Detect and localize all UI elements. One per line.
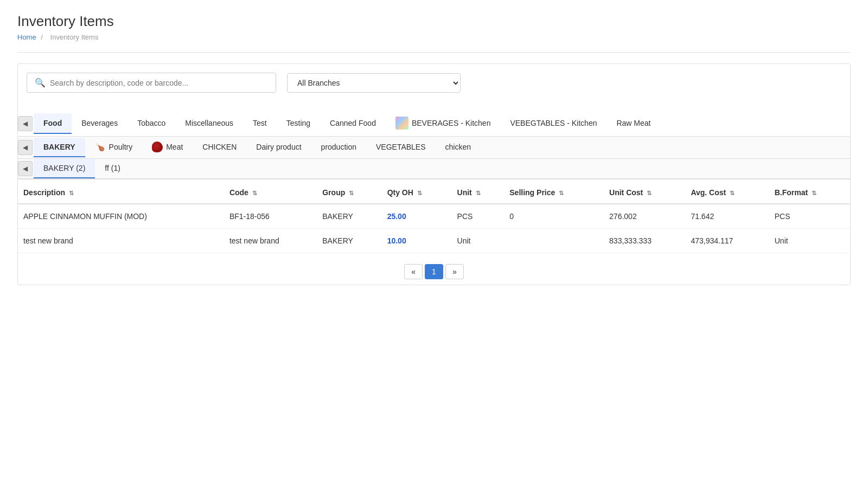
page-title: Inventory Items (17, 13, 851, 30)
sort-code-icon: ⇅ (252, 190, 257, 197)
cell-description: APPLE CINNAMON MUFFIN (MOD) (18, 204, 224, 229)
sub-tab-poultry[interactable]: 🍗 Poultry (85, 137, 143, 158)
tab-raw-meat[interactable]: Raw Meat (607, 113, 660, 134)
table-row: APPLE CINNAMON MUFFIN (MOD) BF1-18-056 B… (18, 204, 850, 229)
tab-testing[interactable]: Testing (277, 113, 320, 134)
sub-tab-bakery[interactable]: BAKERY (34, 138, 85, 157)
col-bformat[interactable]: B.Format ⇅ (769, 182, 850, 204)
pagination-page-1[interactable]: 1 (425, 264, 443, 279)
cell-unit: PCS (452, 204, 505, 229)
col-selling-price[interactable]: Selling Price ⇅ (504, 182, 604, 204)
cell-group: BAKERY (317, 229, 381, 253)
tab-beverages-kitchen[interactable]: BEVERAGES - Kitchen (386, 111, 501, 136)
search-icon: 🔍 (35, 78, 46, 88)
cell-code: test new brand (224, 229, 317, 253)
tab-beverages-kitchen-icon (395, 117, 409, 130)
tab-vegetables-kitchen[interactable]: VEBEGTABLES - Kitchen (500, 113, 607, 134)
sub-tab2-scroll-left[interactable]: ◀ (18, 161, 33, 176)
sort-avg-cost-icon: ⇅ (730, 190, 735, 197)
tab-food[interactable]: Food (34, 113, 72, 134)
sub-tab-chicken[interactable]: CHICKEN (193, 138, 246, 157)
cell-unit: Unit (452, 229, 505, 253)
sort-selling-price-icon: ⇅ (559, 190, 564, 197)
toolbar: 🔍 All Branches Branch 1 Branch 2 (18, 64, 850, 98)
branch-select[interactable]: All Branches Branch 1 Branch 2 (287, 73, 461, 93)
breadcrumb-current: Inventory Items (50, 33, 99, 41)
level2-tabs: ◀ BAKERY 🍗 Poultry Meat CHICKEN Dairy pr… (18, 137, 850, 159)
level1-tabs: ◀ Food Beverages Tobacco Miscellaneous T… (18, 111, 850, 137)
inventory-table-container: Description ⇅ Code ⇅ Group ⇅ Qty OH (18, 182, 850, 253)
cell-description: test new brand (18, 229, 224, 253)
cell-bformat: PCS (769, 204, 850, 229)
sub-tab2-bakery2[interactable]: BAKERY (2) (34, 159, 95, 178)
cell-qty: 25.00 (382, 204, 452, 229)
pagination-next[interactable]: » (445, 264, 464, 279)
cell-avg-cost: 71.642 (685, 204, 769, 229)
sub-tab-production[interactable]: production (311, 138, 366, 157)
col-group[interactable]: Group ⇅ (317, 182, 381, 204)
cell-unit-cost: 833,333.333 (604, 229, 685, 253)
col-unit[interactable]: Unit ⇅ (452, 182, 505, 204)
pagination: « 1 » (18, 253, 850, 285)
tab-canned-food[interactable]: Canned Food (320, 113, 386, 134)
sub-tab-vegetables[interactable]: VEGETABLES (366, 138, 436, 157)
meat-icon (152, 142, 163, 152)
sort-bformat-icon: ⇅ (812, 190, 816, 197)
cell-avg-cost: 473,934.117 (685, 229, 769, 253)
cell-unit-cost: 276.002 (604, 204, 685, 229)
sub-tab-dairy[interactable]: Dairy product (246, 138, 311, 157)
breadcrumb-separator: / (41, 33, 43, 41)
inventory-table: Description ⇅ Code ⇅ Group ⇅ Qty OH (18, 182, 850, 253)
sort-unit-icon: ⇅ (476, 190, 481, 197)
sort-qty-icon: ⇅ (417, 190, 422, 197)
breadcrumb-home[interactable]: Home (17, 33, 36, 41)
cell-selling-price: 0 (504, 204, 604, 229)
search-box: 🔍 (27, 73, 276, 93)
level3-tabs: ◀ BAKERY (2) ff (1) (18, 159, 850, 179)
tab-tobacco[interactable]: Tobacco (127, 113, 175, 134)
tab-miscellaneous[interactable]: Miscellaneous (175, 113, 243, 134)
col-avg-cost[interactable]: Avg. Cost ⇅ (685, 182, 769, 204)
sort-description-icon: ⇅ (69, 190, 74, 197)
sub-tab-meat[interactable]: Meat (142, 137, 193, 158)
pagination-prev[interactable]: « (404, 264, 423, 279)
breadcrumb: Home / Inventory Items (17, 33, 851, 41)
main-content-box: 🔍 All Branches Branch 1 Branch 2 ◀ Food … (17, 63, 851, 285)
header-divider (17, 52, 851, 53)
sort-unit-cost-icon: ⇅ (647, 190, 652, 197)
cell-qty: 10.00 (382, 229, 452, 253)
col-unit-cost[interactable]: Unit Cost ⇅ (604, 182, 685, 204)
tab-beverages[interactable]: Beverages (72, 113, 127, 134)
tab-test[interactable]: Test (243, 113, 277, 134)
search-input[interactable] (50, 79, 268, 87)
sub-tab2-ff[interactable]: ff (1) (95, 159, 130, 178)
table-header-row: Description ⇅ Code ⇅ Group ⇅ Qty OH (18, 182, 850, 204)
col-qty[interactable]: Qty OH ⇅ (382, 182, 452, 204)
cell-selling-price (504, 229, 604, 253)
cell-bformat: Unit (769, 229, 850, 253)
sort-group-icon: ⇅ (349, 190, 354, 197)
poultry-icon: 🍗 (95, 142, 106, 152)
col-code[interactable]: Code ⇅ (224, 182, 317, 204)
cell-group: BAKERY (317, 204, 381, 229)
sub-tab-chicken2[interactable]: chicken (436, 138, 481, 157)
table-row: test new brand test new brand BAKERY 10.… (18, 229, 850, 253)
col-description[interactable]: Description ⇅ (18, 182, 224, 204)
tab-scroll-left[interactable]: ◀ (18, 116, 33, 131)
sub-tab-scroll-left[interactable]: ◀ (18, 140, 33, 155)
cell-code: BF1-18-056 (224, 204, 317, 229)
